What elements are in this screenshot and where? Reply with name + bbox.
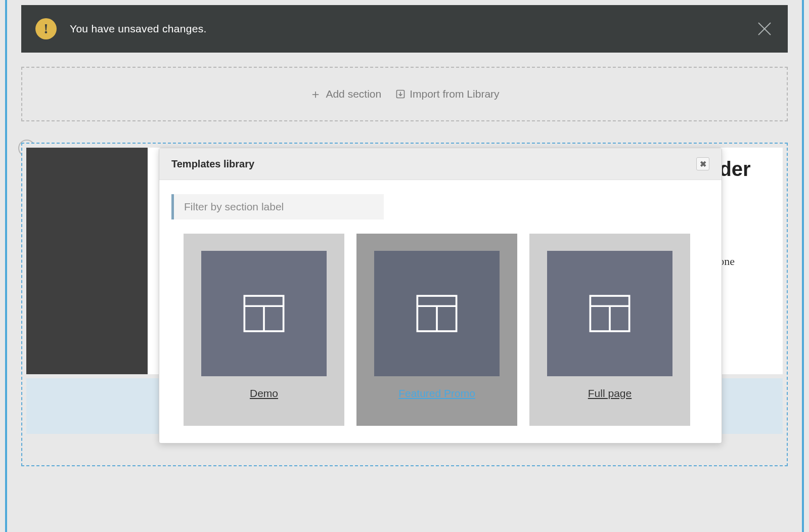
alert-close-button[interactable] [755,20,774,38]
layout-icon [414,290,460,337]
import-icon [395,89,406,99]
close-icon: ✖ [700,159,706,169]
templates-library-modal: Templates library ✖ Demo [159,148,722,444]
add-section-button[interactable]: ＋ Add section [309,88,381,100]
section-image-placeholder [26,148,148,374]
import-library-label: Import from Library [410,88,499,100]
import-library-button[interactable]: Import from Library [395,88,499,100]
unsaved-changes-alert: ! You have unsaved changes. [21,5,788,53]
modal-header: Templates library ✖ [159,148,722,180]
modal-close-button[interactable]: ✖ [696,157,709,170]
layout-icon [587,290,633,337]
template-grid: Demo Featured Promo [171,234,709,426]
section-dropzone: ＋ Add section Import from Library [21,67,788,121]
modal-title: Templates library [171,158,254,170]
plus-icon: ＋ [309,88,322,100]
template-thumbnail [547,251,672,376]
filter-field[interactable] [171,194,384,219]
template-thumbnail [201,251,327,376]
modal-body: Demo Featured Promo [159,180,722,443]
close-icon [755,20,774,38]
template-card-full-page[interactable]: Full page [529,234,690,426]
filter-input[interactable] [174,194,384,219]
template-card-demo[interactable]: Demo [184,234,344,426]
warning-icon: ! [35,18,57,39]
template-card-featured-promo[interactable]: Featured Promo [356,234,517,426]
alert-message: You have unsaved changes. [70,23,207,35]
template-label: Featured Promo [398,387,475,400]
layout-icon [241,290,287,337]
add-section-label: Add section [326,88,381,100]
page-frame: ! You have unsaved changes. ＋ Add sectio… [5,0,804,532]
template-label: Full page [588,387,632,400]
template-thumbnail [374,251,500,376]
template-label: Demo [250,387,278,400]
